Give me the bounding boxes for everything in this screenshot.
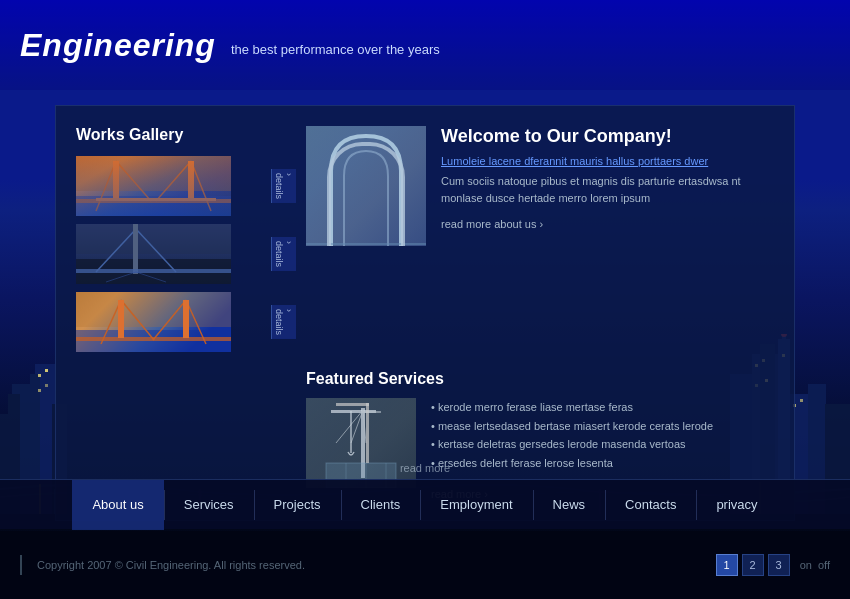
svg-rect-59 xyxy=(118,300,124,338)
gallery-item-2-details[interactable]: › details xyxy=(271,237,296,271)
svg-rect-48 xyxy=(76,269,231,273)
nav-item-contacts[interactable]: Contacts xyxy=(605,480,696,530)
gallery-item-1: › details xyxy=(76,156,296,216)
gallery-item-3: › details xyxy=(76,292,296,352)
welcome-image xyxy=(306,126,426,246)
read-more-bottom[interactable]: read more xyxy=(400,462,450,474)
service-item-4: ersedes delert ferase lerose lesenta xyxy=(431,454,774,473)
welcome-read-more[interactable]: read more about us xyxy=(441,218,543,230)
svg-rect-43 xyxy=(76,224,231,254)
page-btn-3[interactable]: 3 xyxy=(768,554,790,576)
svg-rect-60 xyxy=(183,300,189,338)
svg-rect-8 xyxy=(45,369,48,372)
services-list: kerode merro ferase liase mertase feras … xyxy=(431,398,774,473)
svg-rect-41 xyxy=(188,161,194,201)
gallery-item-3-details[interactable]: › details xyxy=(271,305,296,339)
nav-item-services[interactable]: Services xyxy=(164,480,254,530)
gallery-column: Works Gallery xyxy=(76,126,296,360)
footer-divider xyxy=(20,555,22,575)
site-tagline: the best performance over the years xyxy=(231,42,440,57)
bottom-nav: About us Services Projects Clients Emplo… xyxy=(0,479,850,529)
nav-item-clients[interactable]: Clients xyxy=(341,480,421,530)
service-item-2: mease lertsedased bertase miasert kerode… xyxy=(431,417,774,436)
gallery-title: Works Gallery xyxy=(76,126,296,144)
service-item-1: kerode merro ferase liase mertase feras xyxy=(431,398,774,417)
svg-rect-68 xyxy=(361,411,381,413)
gallery-image-1[interactable] xyxy=(76,156,231,216)
gallery-item-2: › details xyxy=(76,224,296,284)
svg-rect-40 xyxy=(113,161,119,201)
gallery-image-2[interactable] xyxy=(76,224,231,284)
page-btn-2[interactable]: 2 xyxy=(742,554,764,576)
svg-rect-6 xyxy=(38,374,41,377)
nav-item-employment[interactable]: Employment xyxy=(420,480,532,530)
header: Engineering the best performance over th… xyxy=(0,0,850,90)
nav-item-about-us[interactable]: About us xyxy=(72,480,163,530)
on-off-control: on off xyxy=(800,559,830,571)
services-image xyxy=(306,398,416,488)
nav-items-container: About us Services Projects Clients Emplo… xyxy=(72,480,777,530)
svg-rect-32 xyxy=(76,156,231,216)
svg-line-36 xyxy=(116,161,151,201)
on-label[interactable]: on xyxy=(800,559,812,571)
page-controls: 1 2 3 on off xyxy=(716,554,830,576)
svg-line-37 xyxy=(156,161,191,201)
svg-rect-52 xyxy=(76,292,231,327)
svg-line-38 xyxy=(191,161,211,211)
svg-rect-34 xyxy=(76,196,231,216)
nav-item-projects[interactable]: Projects xyxy=(254,480,341,530)
gallery-image-3[interactable] xyxy=(76,292,231,352)
welcome-section: Welcome to Our Company! Lumoleie lacene … xyxy=(306,126,774,360)
svg-rect-39 xyxy=(76,199,231,203)
svg-rect-25 xyxy=(800,399,803,402)
services-title: Featured Services xyxy=(306,370,774,388)
nav-item-privacy[interactable]: privacy xyxy=(696,480,777,530)
svg-rect-9 xyxy=(45,384,48,387)
gallery-item-1-details[interactable]: › details xyxy=(271,169,296,203)
service-item-3: kertase deletras gersedes lerode masenda… xyxy=(431,435,774,454)
svg-rect-62 xyxy=(306,126,426,246)
svg-line-35 xyxy=(96,161,116,211)
svg-rect-33 xyxy=(76,156,231,191)
svg-rect-58 xyxy=(76,337,231,341)
svg-rect-47 xyxy=(133,224,138,274)
svg-rect-7 xyxy=(38,389,41,392)
footer-copyright: Copyright 2007 © Civil Engineering. All … xyxy=(37,559,716,571)
right-column: Welcome to Our Company! Lumoleie lacene … xyxy=(306,126,774,500)
off-label[interactable]: off xyxy=(818,559,830,571)
site-title: Engineering xyxy=(20,27,216,64)
main-content-panel: Works Gallery xyxy=(55,105,795,521)
nav-item-news[interactable]: News xyxy=(533,480,606,530)
footer: Copyright 2007 © Civil Engineering. All … xyxy=(0,531,850,599)
page-btn-1[interactable]: 1 xyxy=(716,554,738,576)
